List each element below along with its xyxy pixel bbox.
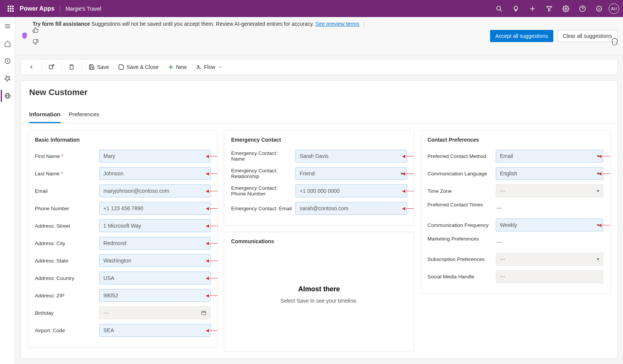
section-title: Emergency Contact xyxy=(231,137,407,143)
section-emergency: Emergency Contact Emergency Contact: Nam… xyxy=(224,130,414,226)
save-button[interactable]: Save xyxy=(85,62,113,72)
lightbulb-icon[interactable] xyxy=(509,2,523,16)
app-launcher-button[interactable] xyxy=(4,2,17,16)
field-label: Birthday xyxy=(35,310,99,316)
field-label: Communication Language xyxy=(428,171,496,177)
pinned-icon[interactable] xyxy=(2,72,14,84)
section-title: Communications xyxy=(231,238,407,244)
command-bar: Save Save & Close New Flow xyxy=(20,59,618,75)
brand-label: Power Apps xyxy=(20,5,55,12)
entity-icon[interactable] xyxy=(1,90,13,102)
svg-rect-23 xyxy=(202,311,206,315)
clear-all-button[interactable]: Clear all suggestions xyxy=(557,30,618,42)
pref-marketing-value[interactable]: --- xyxy=(496,236,603,248)
field-label: Emergency Contact: Relationship xyxy=(231,168,295,179)
preview-terms-link[interactable]: See preview terms xyxy=(315,21,359,27)
state-input[interactable] xyxy=(99,254,211,267)
timeline-empty-sub: Select Save to see your timeline. xyxy=(235,298,403,304)
field-label: Address: State xyxy=(35,258,99,264)
chevron-down-icon: ▾ xyxy=(597,171,599,176)
user-avatar[interactable]: AU xyxy=(609,3,619,14)
svg-point-0 xyxy=(497,6,501,10)
accept-all-button[interactable]: Accept all suggestions xyxy=(490,30,553,42)
hamburger-icon[interactable] xyxy=(2,20,14,32)
copilot-toggle-button[interactable] xyxy=(610,37,619,47)
global-header: Power Apps Margie's Travel AU xyxy=(0,0,623,17)
chevron-down-icon xyxy=(217,64,223,70)
field-label: Preferred Contact Times xyxy=(428,202,496,208)
svg-marker-4 xyxy=(546,6,552,11)
street-input[interactable] xyxy=(99,219,211,232)
field-label: Preferred Contact Method xyxy=(428,153,496,159)
chevron-down-icon: ▾ xyxy=(401,171,403,176)
field-label: Airport: Code xyxy=(35,328,99,333)
field-label: Social Media Handle xyxy=(428,274,496,280)
pref-freq-select[interactable]: Weekly▾ xyxy=(496,219,603,231)
timeline-empty-title: Almost there xyxy=(235,285,403,293)
email-input[interactable] xyxy=(99,184,211,197)
pref-method-select[interactable]: Email▾ xyxy=(496,150,603,162)
ec-name-input[interactable] xyxy=(295,150,407,162)
pref-subs-select[interactable]: ---▾ xyxy=(496,253,603,266)
ec-email-input[interactable] xyxy=(295,202,407,215)
tab-information[interactable]: Information xyxy=(29,107,61,123)
chevron-down-icon: ▾ xyxy=(597,256,599,262)
settings-icon[interactable] xyxy=(559,2,573,16)
field-label: Emergency Contact: Phone Number xyxy=(231,185,295,197)
flow-button[interactable]: Flow xyxy=(192,62,228,72)
city-input[interactable] xyxy=(99,237,211,250)
svg-point-8 xyxy=(596,6,602,11)
svg-rect-18 xyxy=(70,65,73,69)
chevron-down-icon: ▾ xyxy=(597,222,599,228)
required-indicator: * xyxy=(61,171,63,177)
filter-icon[interactable] xyxy=(542,2,556,16)
help-icon[interactable] xyxy=(575,2,590,16)
last-name-input[interactable] xyxy=(99,167,211,180)
open-button[interactable] xyxy=(45,62,58,72)
thumbs-up-button[interactable] xyxy=(33,27,367,33)
copilot-icon xyxy=(20,32,29,40)
save-close-button[interactable]: Save & Close xyxy=(114,62,162,72)
left-nav-rail xyxy=(0,17,15,364)
app-name-label: Margie's Travel xyxy=(66,6,101,12)
section-title: Contact Preferences xyxy=(428,137,603,143)
svg-line-20 xyxy=(122,65,123,66)
first-name-input[interactable] xyxy=(99,150,211,162)
new-button[interactable]: New xyxy=(164,62,190,72)
field-label: Emergency Contact: Email xyxy=(231,206,295,211)
airport-input[interactable] xyxy=(99,324,211,337)
field-label: Address: ZIP xyxy=(35,293,99,298)
back-button[interactable] xyxy=(25,62,38,72)
page-title: New Customer xyxy=(29,87,609,97)
field-label: Email xyxy=(35,188,99,194)
country-input[interactable] xyxy=(99,272,211,284)
calendar-icon xyxy=(201,310,206,316)
chevron-down-icon: ▾ xyxy=(597,153,599,159)
add-icon[interactable] xyxy=(525,2,540,16)
field-label: Last Name xyxy=(35,171,59,177)
section-title: Basic Information xyxy=(35,137,211,143)
ec-relationship-select[interactable]: Friend▾ xyxy=(295,167,407,180)
ec-phone-input[interactable] xyxy=(295,184,407,197)
field-label: Address: Country xyxy=(35,275,99,281)
pref-times-value[interactable]: --- xyxy=(496,202,603,214)
recent-icon[interactable] xyxy=(2,55,14,67)
field-label: Subscription Preferences xyxy=(428,256,496,262)
phone-input[interactable] xyxy=(99,202,211,215)
assistant-icon[interactable] xyxy=(592,2,606,16)
birthday-input[interactable]: --- xyxy=(99,306,211,319)
pref-tz-select[interactable]: ---▾ xyxy=(496,184,603,197)
section-basic-info: Basic Information First Name* ◄── Last N… xyxy=(28,130,218,348)
pref-lang-select[interactable]: English▾ xyxy=(496,167,603,180)
field-label: Address: Street xyxy=(35,223,99,229)
tab-preferences[interactable]: Preferences xyxy=(69,107,100,123)
assign-button[interactable] xyxy=(65,62,78,72)
field-label: Marketing Preferences xyxy=(428,236,496,242)
zip-input[interactable] xyxy=(99,289,211,302)
thumbs-down-button[interactable] xyxy=(33,39,367,45)
chevron-down-icon: ▾ xyxy=(597,188,599,194)
pref-social-input[interactable]: --- xyxy=(496,270,603,283)
home-icon[interactable] xyxy=(2,37,14,50)
svg-line-1 xyxy=(500,9,502,11)
search-icon[interactable] xyxy=(492,2,506,16)
